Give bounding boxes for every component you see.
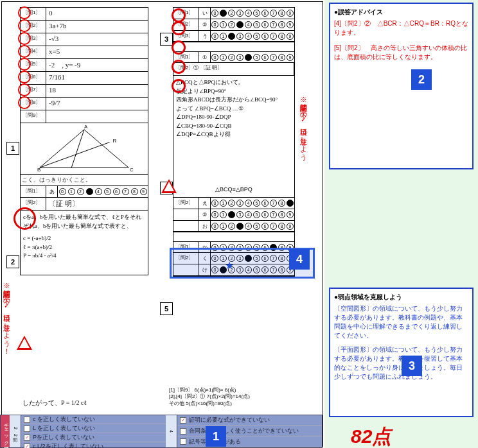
proof-text-2: cをa、bを用いた最も簡単な式で、ℓとPをそれぞれa、bを用いた最も簡単な式で表… <box>21 211 148 275</box>
grade-circle-icon <box>172 8 186 22</box>
star-icon: ★ <box>225 259 234 271</box>
checklist-left: c を正しく表していない L を正しく表していない ✓Pを正しく表していない ✓… <box>21 415 166 447</box>
grade-circle-icon <box>172 60 186 74</box>
grade-circle-icon <box>172 40 186 55</box>
section-num-1: 1 <box>6 142 19 155</box>
answer-column-right: 〔問1〕い023456789 〔問2〕②012456789 〔問3〕う01345… <box>173 7 295 277</box>
checklist-section-2: 4 <box>166 415 177 447</box>
callout-1: 1 <box>206 426 226 447</box>
scan-instruction: こく、はっきりかくこと。 <box>21 175 148 186</box>
svg-text:A: A <box>84 124 88 130</box>
grade-circle-icon <box>172 79 186 93</box>
checklist-section-1: 2 問2 <box>10 415 21 447</box>
svg-text:R: R <box>112 138 116 144</box>
grade-triangle-icon <box>17 336 32 350</box>
total-score: 82点 <box>347 424 395 448</box>
scoring-summary: [1]〔問9〕 6(点)×1(問)= 6(点) [2],[4]〔問2〕① 7(点… <box>169 387 250 407</box>
svg-marker-0 <box>40 130 128 168</box>
proof-text-4: △BCQと△BPQにおいて, 仮定より∠BPQ=90° 四角形ABCDは長方形だ… <box>173 76 294 185</box>
svg-text:B: B <box>37 167 40 173</box>
checklist-right: ✓証明に必要な式ができていない 合同条件を正しく使うことができていない 記号等に… <box>177 415 322 447</box>
checklist-panel: チェック項目 2 問2 c を正しく表していない L を正しく表していない ✓P… <box>0 415 323 448</box>
conclusion-equation: したがって、P = 1/2 cℓ <box>22 399 87 408</box>
svg-text:C: C <box>130 167 134 173</box>
answer-column-left: 〔問1〕0 〔問2〕3a+7b 〔問3〕-√3 〔問4〕x=5 〔問5〕-2 ,… <box>20 7 148 275</box>
section-num-5: 5 <box>160 302 173 315</box>
grade-circle-icon <box>13 207 36 230</box>
section-num-3: 3 <box>160 33 173 46</box>
callout-4: 4 <box>289 249 310 270</box>
grade-circle-icon <box>172 21 186 35</box>
callout-2: 2 <box>411 69 432 90</box>
checklist-vlabel: チェック項目 <box>1 415 10 447</box>
grade-triangle-icon <box>161 179 177 193</box>
triangle-diagram: ABCR <box>21 123 148 175</box>
advice-panel-top: ●誤答アドバイス [4]〔問2〕② △BCR：△CRQ＝BR：RQとなります。 … <box>329 3 474 169</box>
worksheet-scan: 1 2 3 4 5 〔問1〕0 〔問2〕3a+7b 〔問3〕-√3 〔問4〕x=… <box>0 0 324 448</box>
svg-line-2 <box>40 142 110 168</box>
vertical-note-left: ※証明問題は下の✓項目に注意しよう！ <box>2 278 12 350</box>
callout-3: 3 <box>402 356 422 376</box>
advice-panel-bottom: ●弱点領域を克服しよう 〔空間図形〕の領域について、もう少し努力する必要がありま… <box>329 288 474 417</box>
section-num-2: 2 <box>6 255 19 268</box>
vertical-note-right: ※証明問題は下の✓項目に注意しよう <box>299 92 308 157</box>
